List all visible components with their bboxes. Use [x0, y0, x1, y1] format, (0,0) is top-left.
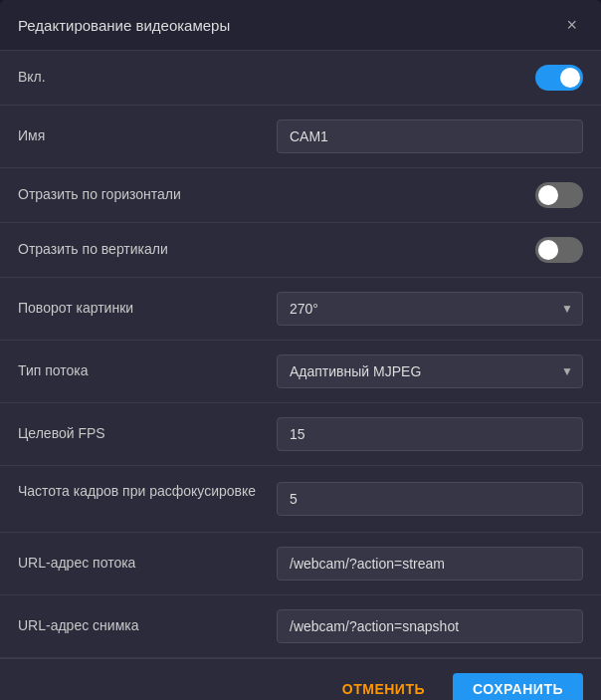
rotation-select[interactable]: 0° 90° 180° 270°: [277, 292, 583, 326]
enabled-slider: [535, 65, 583, 91]
enabled-label: Вкл.: [18, 68, 277, 88]
flip-h-row: Отразить по горизонтали: [0, 168, 601, 223]
dialog-footer: ОТМЕНИТЬ СОХРАНИТЬ: [0, 658, 601, 700]
stream-type-select-wrapper: Адаптивный MJPEG MJPEG H.264 ▼: [277, 354, 583, 388]
dialog-body: Вкл. Имя Отразить по горизонтали: [0, 51, 601, 658]
dialog-header: Редактирование видеокамеры ×: [0, 0, 601, 51]
fps-input[interactable]: [277, 417, 583, 451]
snapshot-url-value: [277, 609, 583, 643]
name-row: Имя: [0, 106, 601, 168]
defocus-fps-row: Частота кадров при расфокусировке: [0, 466, 601, 533]
fps-value: [277, 417, 583, 451]
name-label: Имя: [18, 126, 277, 146]
flip-v-value: [277, 237, 583, 263]
snapshot-url-row: URL-адрес снимка: [0, 595, 601, 658]
rotation-value: 0° 90° 180° 270° ▼: [277, 292, 583, 326]
stream-type-value: Адаптивный MJPEG MJPEG H.264 ▼: [277, 354, 583, 388]
flip-v-row: Отразить по вертикали: [0, 223, 601, 278]
name-value: [277, 119, 583, 153]
fps-label: Целевой FPS: [18, 424, 277, 444]
enabled-row: Вкл.: [0, 51, 601, 106]
stream-url-row: URL-адрес потока: [0, 533, 601, 595]
defocus-fps-label: Частота кадров при расфокусировке: [18, 482, 277, 502]
fps-row: Целевой FPS: [0, 403, 601, 466]
edit-camera-dialog: Редактирование видеокамеры × Вкл. Имя От…: [0, 0, 601, 700]
cancel-button[interactable]: ОТМЕНИТЬ: [330, 673, 437, 700]
flip-v-slider: [535, 237, 583, 263]
enabled-value: [277, 65, 583, 91]
defocus-fps-input[interactable]: [277, 482, 583, 516]
stream-type-select[interactable]: Адаптивный MJPEG MJPEG H.264: [277, 354, 583, 388]
dialog-title: Редактирование видеокамеры: [18, 17, 230, 34]
snapshot-url-input[interactable]: [277, 609, 583, 643]
flip-v-toggle[interactable]: [535, 237, 583, 263]
stream-type-row: Тип потока Адаптивный MJPEG MJPEG H.264 …: [0, 341, 601, 403]
save-button[interactable]: СОХРАНИТЬ: [453, 673, 583, 700]
snapshot-url-label: URL-адрес снимка: [18, 616, 277, 636]
stream-url-value: [277, 547, 583, 581]
name-input[interactable]: [277, 119, 583, 153]
flip-v-label: Отразить по вертикали: [18, 240, 277, 260]
flip-h-value: [277, 182, 583, 208]
stream-type-label: Тип потока: [18, 361, 277, 381]
flip-h-toggle[interactable]: [535, 182, 583, 208]
rotation-select-wrapper: 0° 90° 180° 270° ▼: [277, 292, 583, 326]
defocus-fps-value: [277, 482, 583, 516]
rotation-label: Поворот картинки: [18, 299, 277, 319]
rotation-row: Поворот картинки 0° 90° 180° 270° ▼: [0, 278, 601, 341]
flip-h-slider: [535, 182, 583, 208]
close-button[interactable]: ×: [560, 14, 583, 36]
flip-h-label: Отразить по горизонтали: [18, 185, 277, 205]
stream-url-input[interactable]: [277, 547, 583, 581]
enabled-toggle[interactable]: [535, 65, 583, 91]
stream-url-label: URL-адрес потока: [18, 554, 277, 574]
